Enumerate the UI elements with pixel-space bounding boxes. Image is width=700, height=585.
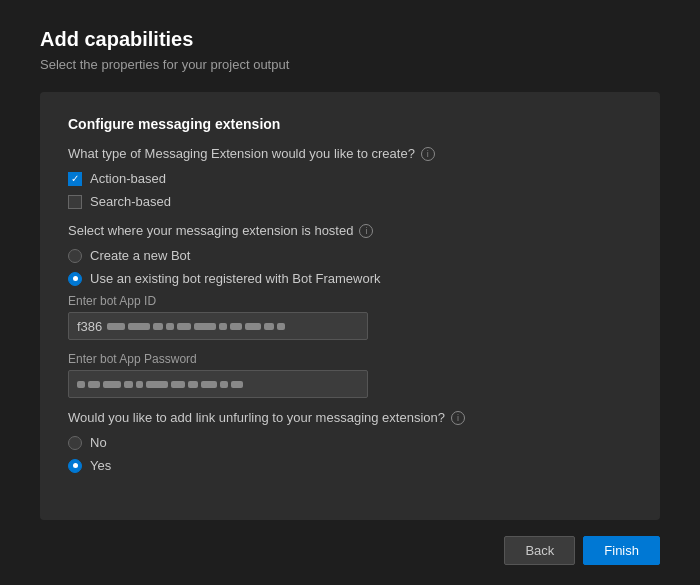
mask5 — [177, 323, 191, 330]
pmask9 — [201, 381, 217, 388]
search-based-checkbox[interactable] — [68, 195, 82, 209]
question2-info-icon[interactable]: i — [359, 224, 373, 238]
mask1 — [107, 323, 125, 330]
pmask1 — [77, 381, 85, 388]
no-label: No — [90, 435, 107, 450]
create-new-bot-radio[interactable] — [68, 249, 82, 263]
checkbox-search-based[interactable]: Search-based — [68, 194, 632, 209]
pmask10 — [220, 381, 228, 388]
mask4 — [166, 323, 174, 330]
pmask4 — [124, 381, 133, 388]
pmask2 — [88, 381, 100, 388]
page-subtitle: Select the properties for your project o… — [40, 57, 660, 72]
mask11 — [277, 323, 285, 330]
yes-radio[interactable] — [68, 459, 82, 473]
bot-app-id-label: Enter bot App ID — [68, 294, 632, 308]
bot-app-password-input-display — [68, 370, 368, 398]
bot-app-password-group: Enter bot App Password — [68, 352, 632, 398]
pmask5 — [136, 381, 143, 388]
action-based-label: Action-based — [90, 171, 166, 186]
question1-row: What type of Messaging Extension would y… — [68, 146, 632, 161]
use-existing-bot-label: Use an existing bot registered with Bot … — [90, 271, 380, 286]
radio-use-existing-bot[interactable]: Use an existing bot registered with Bot … — [68, 271, 632, 286]
page-container: Add capabilities Select the properties f… — [0, 0, 700, 585]
search-based-label: Search-based — [90, 194, 171, 209]
pmask6 — [146, 381, 168, 388]
question3-info-icon[interactable]: i — [451, 411, 465, 425]
question3-label: Would you like to add link unfurling to … — [68, 410, 445, 425]
pmask7 — [171, 381, 185, 388]
radio-yes[interactable]: Yes — [68, 458, 632, 473]
mask2 — [128, 323, 150, 330]
action-based-checkbox[interactable] — [68, 172, 82, 186]
use-existing-bot-radio[interactable] — [68, 272, 82, 286]
mask10 — [264, 323, 274, 330]
mask8 — [230, 323, 242, 330]
bot-app-id-input-display: f386 — [68, 312, 368, 340]
no-radio[interactable] — [68, 436, 82, 450]
question1-label: What type of Messaging Extension would y… — [68, 146, 415, 161]
bot-app-id-prefix: f386 — [77, 319, 102, 334]
pmask8 — [188, 381, 198, 388]
question2-row: Select where your messaging extension is… — [68, 223, 632, 238]
mask6 — [194, 323, 216, 330]
question1-info-icon[interactable]: i — [421, 147, 435, 161]
question2-divider: Select where your messaging extension is… — [68, 223, 632, 238]
create-new-bot-label: Create a new Bot — [90, 248, 190, 263]
radio-no[interactable]: No — [68, 435, 632, 450]
pmask11 — [231, 381, 243, 388]
question3-row: Would you like to add link unfurling to … — [68, 410, 632, 425]
yes-label: Yes — [90, 458, 111, 473]
footer: Back Finish — [40, 520, 660, 565]
section-title: Configure messaging extension — [68, 116, 632, 132]
page-title: Add capabilities — [40, 28, 660, 51]
bot-app-id-group: Enter bot App ID f386 — [68, 294, 632, 340]
bot-app-password-label: Enter bot App Password — [68, 352, 632, 366]
mask3 — [153, 323, 163, 330]
radio-create-new-bot[interactable]: Create a new Bot — [68, 248, 632, 263]
finish-button[interactable]: Finish — [583, 536, 660, 565]
question2-label: Select where your messaging extension is… — [68, 223, 353, 238]
mask9 — [245, 323, 261, 330]
card: Configure messaging extension What type … — [40, 92, 660, 520]
checkbox-action-based[interactable]: Action-based — [68, 171, 632, 186]
back-button[interactable]: Back — [504, 536, 575, 565]
mask7 — [219, 323, 227, 330]
pmask3 — [103, 381, 121, 388]
